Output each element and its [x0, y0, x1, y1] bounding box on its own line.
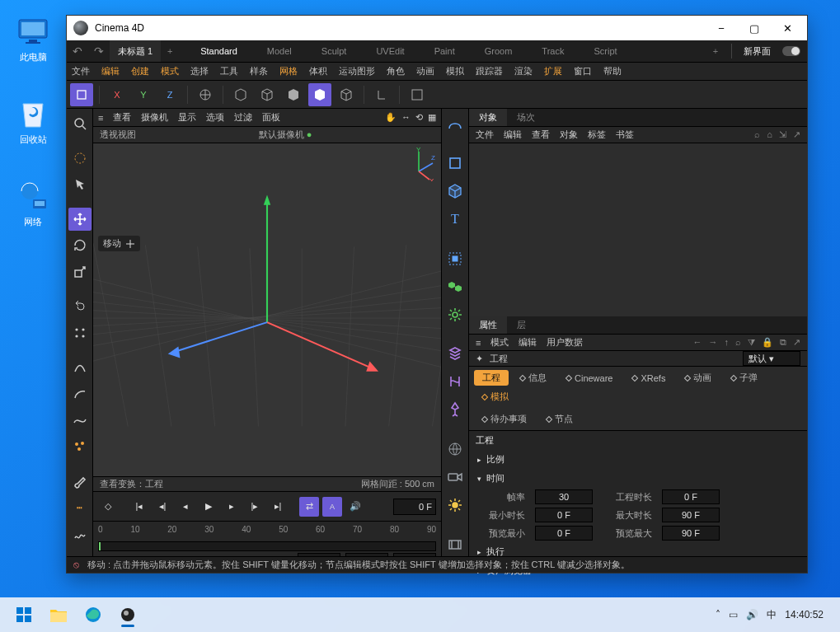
field-icon[interactable]	[443, 343, 467, 366]
attrs-up-icon[interactable]: ↑	[725, 337, 730, 348]
fld-projlen[interactable]: 0 F	[662, 489, 720, 504]
group-ratio[interactable]: ▸比例	[469, 450, 807, 469]
chip-anim[interactable]: 动画	[677, 370, 720, 386]
vp-menu-view[interactable]: 查看	[113, 111, 131, 124]
taskbar[interactable]: ˄ ▭ 🔊 中 14:40:52	[0, 597, 840, 632]
desktop-icon-recycle-bin[interactable]: 回收站	[4, 97, 62, 146]
fld-pmin[interactable]: 0 F	[535, 526, 593, 541]
layout-add-button[interactable]: +	[706, 46, 725, 56]
brush-icon[interactable]	[68, 470, 92, 493]
menu-tool[interactable]: 工具	[220, 65, 238, 77]
playhead[interactable]	[99, 542, 101, 550]
tab-takes[interactable]: 场次	[507, 109, 545, 126]
menu-volume[interactable]: 体积	[309, 65, 327, 77]
menu-window[interactable]: 窗口	[574, 65, 592, 77]
chip-bullet[interactable]: 子弹	[723, 370, 766, 386]
object-tree[interactable]	[469, 143, 807, 316]
tab-attributes[interactable]: 属性	[469, 316, 507, 334]
obj-menu-bookmark[interactable]: 书签	[616, 129, 634, 141]
close-button[interactable]: ✕	[771, 16, 804, 40]
search-icon[interactable]	[68, 112, 92, 135]
vp-orbit-icon[interactable]: ⟲	[415, 112, 423, 123]
layout-standard[interactable]: Standard	[185, 46, 252, 56]
chip-xrefs[interactable]: XRefs	[624, 370, 673, 386]
axis-y-icon[interactable]: Y	[132, 83, 155, 106]
vp-layout-icon[interactable]: ▦	[428, 112, 436, 123]
vp-zoom-icon[interactable]: ↔	[401, 112, 411, 123]
attrs-menu-user[interactable]: 用户数据	[547, 336, 583, 349]
spline-pen-icon[interactable]	[68, 356, 92, 379]
spline-smooth-icon[interactable]	[68, 409, 92, 432]
attrs-popout-icon[interactable]: ↗	[793, 337, 800, 348]
step-fwd-button[interactable]: ▸	[222, 497, 242, 517]
rig-icon[interactable]	[443, 398, 467, 421]
current-frame-field[interactable]: 0 F	[393, 499, 436, 515]
primitive-poly-icon[interactable]	[229, 83, 252, 106]
layout-track[interactable]: Track	[527, 46, 579, 56]
obj-menu-view[interactable]: 查看	[532, 129, 550, 141]
vp-hand-icon[interactable]: ✋	[385, 112, 397, 123]
points-icon[interactable]	[68, 321, 92, 344]
layout-model[interactable]: Model	[252, 46, 307, 56]
chip-info[interactable]: 信息	[512, 370, 555, 386]
attrs-link-icon[interactable]: ⧉	[780, 337, 786, 348]
tab-objects[interactable]: 对象	[469, 109, 507, 126]
mode-dropdown[interactable]: 默认 ▾	[743, 351, 800, 366]
light-icon[interactable]	[443, 494, 467, 517]
spline-arc-icon[interactable]	[68, 382, 92, 405]
menu-character[interactable]: 角色	[387, 65, 405, 77]
rect-primitive-icon[interactable]	[443, 152, 467, 175]
chip-project[interactable]: 工程	[474, 370, 509, 386]
new-ui-toggle[interactable]	[782, 46, 800, 56]
layout-script[interactable]: Script	[579, 46, 631, 56]
layout-groom[interactable]: Groom	[470, 46, 528, 56]
fld-min[interactable]: 0 F	[535, 508, 593, 522]
loop-button[interactable]: ⇄	[299, 497, 319, 517]
go-start-button[interactable]: |◂	[129, 497, 149, 517]
viewport-camera[interactable]: 默认摄像机	[259, 129, 304, 139]
tray-volume-icon[interactable]: 🔊	[746, 609, 758, 620]
maximize-button[interactable]: ▢	[738, 16, 771, 40]
layout-l-icon[interactable]	[370, 83, 393, 106]
start-button[interactable]	[8, 601, 40, 629]
attrs-search-icon[interactable]: ⌕	[735, 337, 741, 348]
menu-tracker[interactable]: 跟踪器	[476, 65, 503, 77]
chip-todo[interactable]: 待办事项	[474, 411, 535, 427]
edge-icon[interactable]	[77, 601, 109, 629]
tray-clock[interactable]: 14:40:52	[785, 609, 824, 620]
undo-button[interactable]: ↶	[67, 40, 88, 62]
menu-file[interactable]: 文件	[72, 65, 90, 77]
menu-mograph[interactable]: 运动图形	[339, 65, 375, 77]
fld-fps[interactable]: 30	[535, 489, 593, 504]
add-document-button[interactable]: +	[161, 46, 179, 56]
tray-ime[interactable]: 中	[767, 608, 777, 622]
vp-menu-option[interactable]: 选项	[206, 111, 224, 124]
cursor-icon[interactable]	[68, 173, 92, 196]
menu-simulate[interactable]: 模拟	[446, 65, 464, 77]
axis-z-icon[interactable]: Z	[158, 83, 181, 106]
minimize-button[interactable]: −	[705, 16, 738, 40]
obj-menu-tag[interactable]: 标签	[588, 129, 606, 141]
attrs-menu-edit[interactable]: 编辑	[519, 336, 537, 349]
titlebar[interactable]: Cinema 4D − ▢ ✕	[67, 16, 807, 40]
axis-x-icon[interactable]: X	[106, 83, 129, 106]
history-icon[interactable]	[68, 295, 92, 318]
selection-set-icon[interactable]	[443, 247, 467, 270]
timeline[interactable]: 0102030405060708090 0 F 90 F 90 F	[93, 522, 441, 556]
fld-max[interactable]: 90 F	[662, 508, 720, 522]
desktop-icon-this-pc[interactable]: 此电脑	[4, 15, 62, 63]
menu-mode[interactable]: 模式	[161, 65, 179, 77]
obj-menu-edit[interactable]: 编辑	[504, 129, 522, 141]
menu-select[interactable]: 选择	[190, 65, 209, 77]
globe-icon[interactable]	[443, 438, 467, 461]
cloner-icon[interactable]	[443, 275, 467, 298]
vp-menu-panel[interactable]: 面板	[262, 111, 280, 124]
attrs-fwd-icon[interactable]: →	[709, 337, 718, 348]
deformer-icon[interactable]	[443, 370, 467, 393]
obj-menu-obj[interactable]: 对象	[560, 129, 578, 141]
next-key-button[interactable]: |▸	[245, 497, 265, 517]
autokey-button[interactable]: A	[322, 497, 342, 517]
tray-network-icon[interactable]: ▭	[729, 609, 738, 620]
cinema4d-taskbar-icon[interactable]	[112, 601, 143, 629]
menu-help[interactable]: 帮助	[603, 65, 622, 77]
